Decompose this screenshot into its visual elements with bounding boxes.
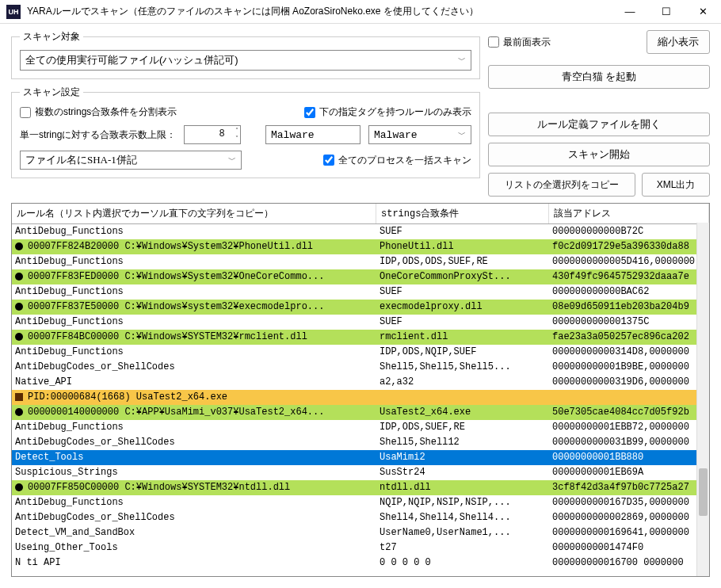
xml-output-button[interactable]: XML出力 [642, 173, 710, 197]
table-row[interactable]: AntiDebug_FunctionsSUEF000000000000B72C [12, 224, 709, 239]
tag1-combo[interactable]: Malware [265, 125, 360, 144]
table-row[interactable]: 00007FF83FED0000 C:¥Windows¥System32¥One… [12, 269, 709, 284]
stepper-icon: ˄˅ [235, 127, 238, 143]
scan-target-legend: スキャン対象 [20, 30, 83, 44]
table-header: ルール名（リスト内選択でカーソル直下の文字列をコピー） strings合致条件 … [12, 204, 709, 224]
scan-settings-group: スキャン設定 複数のstrings合致条件を分割表示 下の指定タグを持つルールの… [11, 86, 480, 178]
left-column: スキャン対象 全ての使用実行可能ファイル(ハッシュ併記可) ﹀ スキャン設定 複… [11, 30, 480, 197]
open-rule-button[interactable]: ルール定義ファイルを開く [488, 113, 710, 136]
bullet-icon [15, 273, 23, 281]
table-row[interactable]: AntiDebug_FunctionsNQIP,NQIP,NSIP,NSIP,.… [12, 495, 709, 510]
titlebar: UH YARAルールでスキャン（任意のファイルのスキャンには同梱 AoZoraS… [0, 0, 721, 24]
topmost-checkbox[interactable]: 最前面表示 [488, 36, 551, 49]
table-row[interactable]: AntiDebug_FunctionsIDP,ODS,SUEF,RE000000… [12, 420, 709, 435]
col-rule-name[interactable]: ルール名（リスト内選択でカーソル直下の文字列をコピー） [12, 204, 376, 223]
bullet-icon [15, 242, 23, 250]
all-process-checkbox[interactable]: 全てのプロセスを一括スキャン [323, 154, 471, 167]
chevron-down-icon: ﹀ [228, 155, 236, 166]
scan-settings-legend: スキャン設定 [20, 86, 83, 99]
app-icon: UH [6, 5, 21, 19]
table-row[interactable]: Useing_Other_Toolst2700000000001474F0 [12, 540, 709, 556]
table-row[interactable]: 00007FF850C00000 C:¥Windows¥SYSTEM32¥ntd… [12, 480, 709, 495]
table-row[interactable]: AntiDebug_FunctionsSUEF000000000000BAC62 [12, 284, 709, 300]
single-string-stepper[interactable]: 8 ˄˅ [184, 125, 241, 144]
shrink-button[interactable]: 縮小表示 [647, 30, 710, 54]
table-row[interactable]: 00007FF824B20000 C:¥Windows¥System32¥Pho… [12, 239, 709, 254]
launch-button[interactable]: 青空白猫 を起動 [488, 65, 710, 89]
table-row[interactable]: PID:00000684(1668) UsaTest2_x64.exe [12, 390, 709, 405]
table-row[interactable]: Detect_VM_and_SandBoxUserName0,UserName1… [12, 525, 709, 540]
window-title: YARAルールでスキャン（任意のファイルのスキャンには同梱 AoZoraSiro… [27, 5, 612, 18]
bullet-icon [15, 483, 23, 491]
split-display-checkbox[interactable]: 複数のstrings合致条件を分割表示 [20, 105, 177, 119]
chevron-down-icon: ﹀ [458, 129, 466, 140]
maximize-button[interactable]: ☐ [648, 0, 685, 24]
table-row[interactable]: AntiDebug_FunctionsSUEF0000000000001375C [12, 315, 709, 330]
window-controls: — ☐ ✕ [612, 0, 721, 24]
scan-target-select[interactable]: 全ての使用実行可能ファイル(ハッシュ併記可) ﹀ [20, 50, 471, 71]
results-table: ルール名（リスト内選択でカーソル直下の文字列をコピー） strings合致条件 … [11, 203, 710, 577]
scan-target-value: 全ての使用実行可能ファイル(ハッシュ併記可) [25, 53, 238, 67]
chevron-down-icon: ﹀ [458, 55, 466, 66]
square-icon [15, 393, 23, 401]
content-area: スキャン対象 全ての使用実行可能ファイル(ハッシュ併記可) ﹀ スキャン設定 複… [0, 24, 721, 203]
table-row[interactable]: AntiDebug_FunctionsIDP,ODS,ODS,SUEF,RE00… [12, 254, 709, 269]
table-row[interactable]: AntiDebug_FunctionsIDP,ODS,NQIP,SUEF0000… [12, 345, 709, 360]
table-row[interactable]: AntiDebugCodes_or_ShellCodesShell4,Shell… [12, 510, 709, 525]
bullet-icon [15, 333, 23, 341]
scan-target-group: スキャン対象 全ての使用実行可能ファイル(ハッシュ併記可) ﹀ [11, 30, 480, 79]
table-row[interactable]: N ti API 0 0 0 0 0000000000016700 000000… [12, 556, 709, 571]
table-row[interactable]: 00007FF837E50000 C:¥Windows¥system32¥exe… [12, 300, 709, 315]
copy-columns-button[interactable]: リストの全選択列をコピー [488, 173, 635, 197]
minimize-button[interactable]: — [612, 0, 648, 24]
tag-only-checkbox[interactable]: 下の指定タグを持つルールのみ表示 [304, 105, 471, 119]
table-body[interactable]: AntiDebug_FunctionsSUEF000000000000B72C0… [12, 224, 709, 576]
col-address[interactable]: 該当アドレス [549, 204, 709, 223]
start-scan-button[interactable]: スキャン開始 [488, 143, 710, 166]
bullet-icon [15, 408, 23, 416]
table-row[interactable]: Detect_ToolsUsaMimi200000000001BB880 [12, 450, 709, 465]
bullet-icon [15, 303, 23, 311]
table-row[interactable]: AntiDebugCodes_or_ShellCodesShell5,Shell… [12, 360, 709, 375]
table-row[interactable]: Native_APIa2,a3200000000000319D6,0000000 [12, 375, 709, 390]
col-strings-match[interactable]: strings合致条件 [376, 204, 549, 223]
scrollbar-thumb[interactable] [699, 468, 708, 516]
table-row[interactable]: 00007FF84BC00000 C:¥Windows¥SYSTEM32¥rmc… [12, 330, 709, 345]
single-string-label: 単一stringに対する合致表示数上限： [20, 128, 176, 142]
right-column: 最前面表示 縮小表示 青空白猫 を起動 ルール定義ファイルを開く スキャン開始 … [488, 30, 710, 197]
file-sha1-combo[interactable]: ファイル名にSHA-1併記 ﹀ [20, 151, 242, 170]
vertical-scrollbar[interactable] [696, 223, 709, 576]
tag2-combo[interactable]: Malware ﹀ [368, 125, 471, 144]
table-row[interactable]: AntiDebugCodes_or_ShellCodesShell5,Shell… [12, 435, 709, 450]
table-row[interactable]: 0000000140000000 C:¥APP¥UsaMimi_v037¥Usa… [12, 405, 709, 420]
table-row[interactable]: Suspicious_StringsSusStr2400000000001EB6… [12, 465, 709, 480]
close-button[interactable]: ✕ [685, 0, 721, 24]
